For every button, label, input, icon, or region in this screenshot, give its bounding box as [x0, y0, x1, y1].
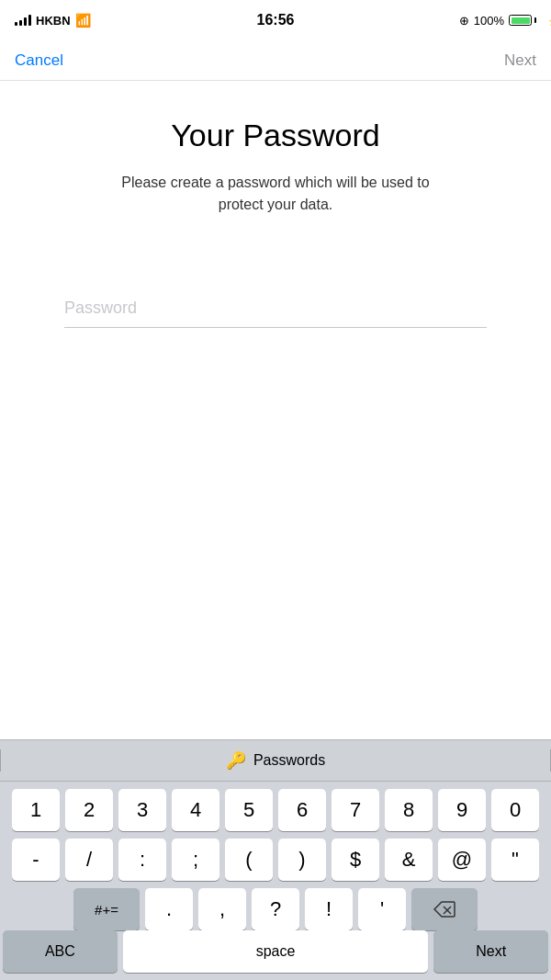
next-key[interactable]: Next	[433, 930, 548, 973]
passwords-bar[interactable]: 🔑 Passwords	[0, 739, 551, 782]
key-2[interactable]: 2	[65, 789, 113, 831]
key-5[interactable]: 5	[225, 789, 273, 831]
status-right: ⊕ 100% ⚡	[459, 14, 536, 28]
key-row-symbols1: - / : ; ( ) $ & @ "	[3, 839, 548, 881]
next-button-nav: Next	[504, 51, 536, 70]
key-icon: 🔑	[226, 750, 246, 771]
status-left: HKBN 📶	[15, 13, 91, 28]
key-row-numbers: 1 2 3 4 5 6 7 8 9 0	[3, 789, 548, 831]
keyboard: 1 2 3 4 5 6 7 8 9 0 - / : ; ( ) $ & @ " …	[0, 782, 551, 930]
key-colon[interactable]: :	[118, 839, 166, 881]
cancel-button[interactable]: Cancel	[15, 51, 63, 70]
key-period[interactable]: .	[145, 888, 193, 930]
key-quote[interactable]: "	[491, 839, 539, 881]
carrier-label: HKBN	[36, 14, 71, 28]
password-input[interactable]	[64, 289, 487, 328]
password-input-container	[64, 289, 487, 328]
status-time: 16:56	[257, 12, 295, 28]
key-6[interactable]: 6	[278, 789, 326, 831]
key-close-paren[interactable]: )	[278, 839, 326, 881]
nav-bar: Cancel Next	[0, 40, 551, 81]
charging-icon: ⚡	[547, 16, 551, 26]
key-at[interactable]: @	[438, 839, 486, 881]
status-bar: HKBN 📶 16:56 ⊕ 100% ⚡	[0, 0, 551, 40]
page-title: Your Password	[171, 118, 379, 153]
key-slash[interactable]: /	[65, 839, 113, 881]
key-dollar[interactable]: $	[332, 839, 379, 881]
wifi-icon: 📶	[75, 13, 91, 28]
key-0[interactable]: 0	[491, 789, 539, 831]
key-apostrophe[interactable]: '	[358, 888, 406, 930]
page-subtitle: Please create a password which will be u…	[110, 172, 441, 216]
key-9[interactable]: 9	[438, 789, 486, 831]
content-area: Your Password Please create a password w…	[0, 81, 551, 739]
key-question[interactable]: ?	[252, 888, 299, 930]
battery-percent: 100%	[474, 14, 504, 28]
delete-key[interactable]	[411, 888, 478, 930]
key-exclaim[interactable]: !	[305, 888, 353, 930]
key-row-symbols2: #+= . , ? ! '	[3, 888, 548, 930]
abc-key[interactable]: ABC	[3, 930, 118, 973]
key-4[interactable]: 4	[172, 789, 219, 831]
key-1[interactable]: 1	[12, 789, 60, 831]
key-open-paren[interactable]: (	[225, 839, 273, 881]
location-icon: ⊕	[459, 14, 469, 28]
key-dash[interactable]: -	[12, 839, 60, 881]
space-key[interactable]: space	[123, 930, 429, 973]
keyboard-bottom-row: ABC space Next	[0, 930, 551, 980]
passwords-bar-label: Passwords	[253, 752, 325, 769]
key-ampersand[interactable]: &	[385, 839, 433, 881]
key-8[interactable]: 8	[385, 789, 433, 831]
keyboard-wrapper: 🔑 Passwords 1 2 3 4 5 6 7 8 9 0 - / : ; …	[0, 739, 551, 980]
key-semicolon[interactable]: ;	[172, 839, 219, 881]
key-comma[interactable]: ,	[198, 888, 246, 930]
battery-icon: ⚡	[509, 15, 536, 26]
key-7[interactable]: 7	[332, 789, 379, 831]
key-hashplus[interactable]: #+=	[73, 888, 140, 930]
signal-icon	[15, 15, 31, 26]
key-3[interactable]: 3	[118, 789, 166, 831]
